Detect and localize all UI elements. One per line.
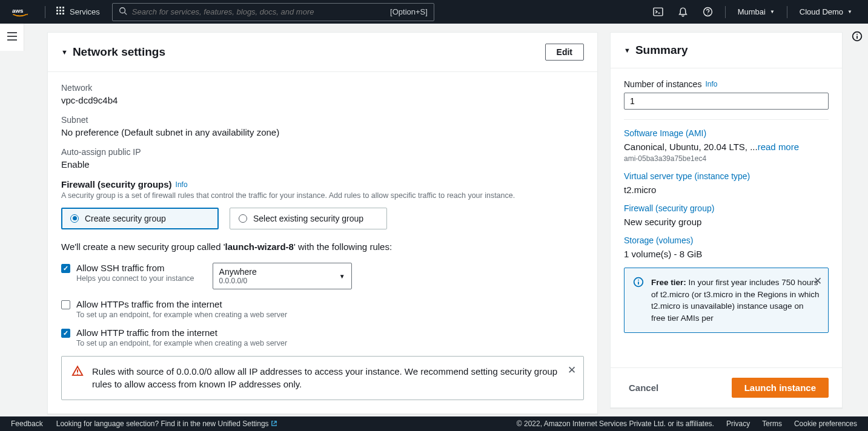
search-shortcut: [Option+S] — [390, 7, 428, 16]
ami-id: ami-05ba3a39a75be1ec4 — [624, 154, 829, 163]
page-footer: Feedback Looking for language selection?… — [0, 416, 868, 431]
summary-panel: ▼ Summary Number of instances Info Softw… — [610, 32, 843, 408]
sg-value: New security group — [624, 217, 829, 227]
search-icon — [119, 7, 127, 17]
unified-settings-link[interactable]: Unified Settings — [218, 419, 277, 428]
subnet-value: No preference (Default subnet in any ava… — [61, 127, 584, 137]
http-block: Allow HTTP traffic from the internet To … — [61, 327, 584, 347]
notifications-button[interactable] — [671, 7, 695, 17]
info-link[interactable]: Info — [176, 180, 188, 189]
allow-ssh-sublabel: Helps you connect to your instance — [76, 274, 194, 283]
svg-rect-7 — [56, 13, 58, 15]
nav-right: Mumbai ▼ Cloud Demo ▼ — [646, 6, 868, 18]
close-warning-button[interactable]: ✕ — [568, 364, 576, 377]
external-link-icon — [271, 420, 277, 428]
ami-value: Canonical, Ubuntu, 20.04 LTS, ...read mo… — [624, 142, 829, 152]
svg-point-14 — [703, 8, 712, 16]
allow-ssh-checkbox[interactable] — [61, 264, 70, 273]
svg-rect-12 — [654, 8, 663, 16]
https-block: Allow HTTPs traffic from the internet To… — [61, 299, 584, 319]
allow-http-checkbox[interactable] — [61, 329, 70, 338]
allow-https-sublabel: To set up an endpoint, for example when … — [76, 311, 287, 319]
global-search[interactable]: [Option+S] — [112, 3, 434, 21]
option-label: Create security group — [85, 214, 166, 223]
cookie-link[interactable]: Cookie preferences — [794, 419, 857, 428]
nav-divider — [45, 6, 45, 18]
summary-title[interactable]: ▼ Summary — [624, 44, 829, 57]
storage-link[interactable]: Storage (volumes) — [624, 235, 829, 245]
terms-link[interactable]: Terms — [762, 419, 782, 428]
storage-value: 1 volume(s) - 8 GiB — [624, 249, 829, 259]
services-label: Services — [70, 7, 100, 16]
feedback-link[interactable]: Feedback — [11, 419, 43, 428]
sg-link[interactable]: Firewall (security group) — [624, 203, 829, 213]
free-tier-notice: Free tier: In your first year includes 7… — [624, 268, 829, 333]
search-input[interactable] — [132, 7, 390, 16]
network-value: vpc-dcd9c4b4 — [61, 95, 584, 105]
num-instances-input[interactable] — [624, 93, 829, 110]
allow-http-label: Allow HTTP traffic from the internet — [76, 327, 287, 338]
svg-rect-1 — [56, 7, 58, 8]
cancel-button[interactable]: Cancel — [624, 379, 663, 396]
sg-toggle: Create security group Select existing se… — [61, 208, 584, 229]
svg-rect-5 — [59, 10, 61, 12]
summary-body: Number of instances Info Software Image … — [611, 68, 842, 367]
svg-point-15 — [707, 14, 708, 15]
svg-rect-3 — [62, 7, 64, 8]
summary-column: ▼ Summary Number of instances Info Softw… — [610, 24, 846, 416]
svg-rect-2 — [59, 7, 61, 8]
region-label: Mumbai — [738, 7, 766, 16]
cloudshell-button[interactable] — [646, 7, 671, 17]
select-sg-option[interactable]: Select existing security group — [230, 208, 387, 229]
nav-divider — [787, 6, 787, 18]
create-sg-option[interactable]: Create security group — [61, 208, 219, 229]
chevron-down-icon: ▼ — [339, 272, 345, 279]
panel-title-text: Network settings — [73, 45, 165, 59]
firewall-label: Firewall (security groups) Info — [61, 179, 584, 189]
services-menu-button[interactable]: Services — [50, 7, 106, 17]
grid-icon — [56, 7, 65, 17]
summary-header: ▼ Summary — [611, 33, 842, 68]
svg-rect-8 — [59, 13, 61, 15]
svg-point-23 — [77, 373, 78, 375]
page-body: ▼ Network settings Edit Network vpc-dcd9… — [0, 24, 868, 416]
help-button[interactable] — [695, 7, 720, 17]
ssh-source-dropdown[interactable]: Anywhere 0.0.0.0/0 ▼ — [213, 263, 352, 289]
edit-button[interactable]: Edit — [545, 44, 584, 61]
launch-instance-button[interactable]: Launch instance — [732, 378, 829, 398]
account-selector[interactable]: Cloud Demo ▼ — [792, 7, 860, 16]
panel-body: Network vpc-dcd9c4b4 Subnet No preferenc… — [48, 72, 597, 413]
read-more-link[interactable]: read more — [758, 142, 799, 152]
ami-link[interactable]: Software Image (AMI) — [624, 128, 829, 138]
radio-icon — [70, 214, 79, 223]
autoip-value: Enable — [61, 159, 584, 169]
instance-type-link[interactable]: Virtual server type (instance type) — [624, 171, 829, 181]
separator — [624, 119, 829, 120]
sg-name: launch-wizard-8 — [225, 242, 294, 252]
panel-title[interactable]: ▼ Network settings — [61, 45, 165, 59]
network-settings-panel: ▼ Network settings Edit Network vpc-dcd9… — [47, 32, 598, 414]
content-area: ▼ Network settings Edit Network vpc-dcd9… — [24, 24, 846, 416]
privacy-link[interactable]: Privacy — [726, 419, 750, 428]
subnet-label: Subnet — [61, 115, 584, 125]
panel-header: ▼ Network settings Edit — [48, 33, 597, 72]
svg-point-20 — [856, 34, 858, 35]
free-tier-text: Free tier: In your first year includes 7… — [651, 277, 820, 324]
allow-https-checkbox[interactable] — [61, 300, 70, 309]
help-panel-toggle[interactable] — [852, 31, 863, 44]
right-rail — [846, 24, 868, 51]
aws-logo[interactable]: aws — [0, 7, 40, 18]
sg-description: We'll create a new security group called… — [61, 242, 584, 252]
svg-point-25 — [638, 280, 639, 281]
copyright: © 2022, Amazon Internet Services Private… — [517, 419, 714, 428]
close-tier-button[interactable]: ✕ — [813, 274, 822, 289]
region-selector[interactable]: Mumbai ▼ — [731, 7, 782, 16]
menu-toggle-button[interactable] — [7, 32, 17, 42]
info-link[interactable]: Info — [705, 80, 717, 88]
chevron-down-icon: ▼ — [847, 9, 852, 15]
num-instances-label: Number of instances Info — [624, 79, 829, 89]
option-label: Select existing security group — [253, 214, 363, 223]
warning-text: Rules with source of 0.0.0.0/0 allow all… — [92, 365, 574, 392]
firewall-help: A security group is a set of firewall ru… — [61, 191, 584, 202]
svg-rect-6 — [62, 10, 64, 12]
